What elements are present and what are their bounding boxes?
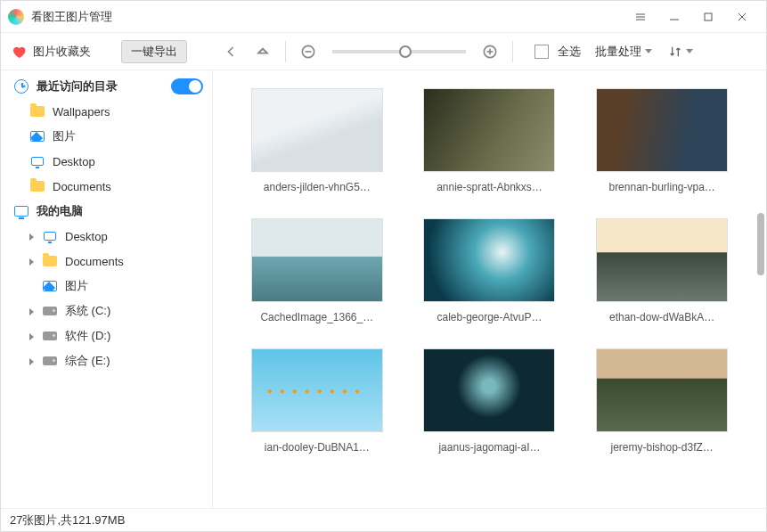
thumbnail-name: jaanus-jagomagi-aI… <box>438 441 540 454</box>
thumbnail-card[interactable]: annie-spratt-Abnkxs… <box>412 88 567 193</box>
thumbnail-card[interactable]: jeremy-bishop-d3fZ… <box>584 348 739 454</box>
sidebar-recent-item[interactable]: Documents <box>1 174 212 199</box>
separator <box>285 41 286 62</box>
sidebar-computer-header[interactable]: 我的电脑 <box>1 199 212 224</box>
sort-icon <box>668 45 682 59</box>
thumbnail-image <box>423 348 555 432</box>
thumbnail-card[interactable]: caleb-george-AtvuP… <box>412 218 567 323</box>
thumbnail-name: CachedImage_1366_… <box>260 311 373 323</box>
sidebar: 最近访问的目录 Wallpapers 图片 Desktop Documents … <box>1 70 213 508</box>
statusbar: 27张图片,共121.97MB <box>1 508 766 531</box>
sidebar-item-label: 图片 <box>65 278 203 294</box>
clock-icon <box>13 78 29 94</box>
recent-toggle[interactable] <box>171 78 203 94</box>
thumbnail-image <box>596 218 728 302</box>
folder-icon <box>29 178 45 194</box>
up-button[interactable] <box>249 38 276 65</box>
sidebar-header-label: 我的电脑 <box>37 203 203 219</box>
monitor-icon <box>13 203 29 219</box>
sidebar-computer-item[interactable]: 系统 (C:) <box>1 299 212 323</box>
pic-icon <box>42 278 58 294</box>
sidebar-item-label: Documents <box>65 255 203 268</box>
chevron-down-icon <box>645 49 652 53</box>
zoom-slider[interactable] <box>332 50 466 53</box>
content-area: anders-jilden-vhnG5… annie-spratt-Abnkxs… <box>213 70 766 508</box>
scrollbar-thumb[interactable] <box>757 213 764 275</box>
monitor-icon <box>29 153 45 169</box>
maximize-button[interactable] <box>691 4 725 29</box>
close-button[interactable] <box>725 4 759 29</box>
app-icon <box>8 9 24 25</box>
svg-rect-4 <box>705 13 712 20</box>
thumbnail-card[interactable]: ian-dooley-DuBNA1… <box>240 348 395 454</box>
chevron-right-icon[interactable] <box>29 355 38 368</box>
chevron-right-icon[interactable] <box>29 330 38 343</box>
thumbnail-name: annie-spratt-Abnkxs… <box>437 181 543 193</box>
sidebar-header-label: 最近访问的目录 <box>37 78 171 94</box>
folder-icon <box>42 253 58 269</box>
sidebar-recent-item[interactable]: Wallpapers <box>1 99 212 124</box>
thumbnail-card[interactable]: brennan-burling-vpa… <box>584 88 739 193</box>
thumbnail-image <box>596 348 728 432</box>
separator <box>512 41 513 62</box>
body: 最近访问的目录 Wallpapers 图片 Desktop Documents … <box>1 70 766 508</box>
sidebar-item-label: 系统 (C:) <box>65 303 203 319</box>
select-all-label[interactable]: 全选 <box>558 44 581 60</box>
window-title: 看图王图片管理 <box>31 9 624 25</box>
sort-dropdown[interactable] <box>668 45 693 59</box>
zoom-in-button[interactable] <box>477 38 503 65</box>
pic-icon <box>29 128 45 144</box>
thumbnail-name: anders-jilden-vhnG5… <box>264 181 371 193</box>
drive-icon <box>42 303 58 319</box>
thumbnail-card[interactable]: ethan-dow-dWaBkA… <box>584 218 739 323</box>
sidebar-computer-item[interactable]: 软件 (D:) <box>1 323 212 348</box>
export-button[interactable]: 一键导出 <box>121 40 187 63</box>
thumbnail-name: caleb-george-AtvuP… <box>437 311 542 323</box>
select-all-checkbox[interactable] <box>534 45 549 59</box>
sidebar-item-label: 图片 <box>53 128 203 144</box>
thumbnail-card[interactable]: jaanus-jagomagi-aI… <box>412 348 567 454</box>
thumbnail-image <box>251 88 383 172</box>
back-button[interactable] <box>217 38 244 65</box>
sidebar-computer-item[interactable]: Desktop <box>1 224 212 249</box>
thumbnail-grid: anders-jilden-vhnG5… annie-spratt-Abnkxs… <box>222 88 757 454</box>
sidebar-item-label: 软件 (D:) <box>65 328 203 344</box>
batch-label: 批量处理 <box>595 44 641 60</box>
sidebar-item-label: 综合 (E:) <box>65 353 203 369</box>
thumbnail-name: jeremy-bishop-d3fZ… <box>610 441 713 454</box>
thumbnail-image <box>251 348 383 432</box>
chevron-right-icon[interactable] <box>29 230 38 243</box>
thumbnail-name: ian-dooley-DuBNA1… <box>265 441 370 454</box>
chevron-right-icon[interactable] <box>29 255 38 268</box>
monitor-icon <box>42 228 58 244</box>
zoom-thumb[interactable] <box>399 45 412 58</box>
sidebar-computer-item[interactable]: 图片 <box>1 274 212 299</box>
status-text: 27张图片,共121.97MB <box>10 512 125 528</box>
thumbnail-name: ethan-dow-dWaBkA… <box>609 311 714 323</box>
menu-button[interactable] <box>624 4 657 29</box>
chevron-right-icon[interactable] <box>29 305 38 318</box>
batch-dropdown[interactable]: 批量处理 <box>595 44 652 60</box>
sidebar-recent-item[interactable]: Desktop <box>1 149 212 174</box>
thumbnail-image <box>423 218 555 302</box>
sidebar-computer-item[interactable]: Documents <box>1 249 212 274</box>
favorites-label[interactable]: 图片收藏夹 <box>33 44 91 60</box>
thumbnail-card[interactable]: CachedImage_1366_… <box>240 218 395 323</box>
folder-icon <box>29 103 45 119</box>
minimize-button[interactable] <box>657 4 691 29</box>
sidebar-item-label: Documents <box>53 180 203 193</box>
heart-icon[interactable] <box>10 43 28 61</box>
chevron-down-icon <box>686 49 693 53</box>
sidebar-recent-item[interactable]: 图片 <box>1 124 212 149</box>
thumbnail-card[interactable]: anders-jilden-vhnG5… <box>240 88 395 193</box>
drive-icon <box>42 328 58 344</box>
titlebar: 看图王图片管理 <box>1 1 766 33</box>
svg-marker-7 <box>258 48 267 53</box>
zoom-out-button[interactable] <box>295 38 322 65</box>
toolbar: 图片收藏夹 一键导出 全选 批量处理 <box>1 33 766 70</box>
drive-icon <box>42 353 58 369</box>
thumbnail-image <box>251 218 383 302</box>
sidebar-computer-item[interactable]: 综合 (E:) <box>1 348 212 373</box>
sidebar-recent-header[interactable]: 最近访问的目录 <box>1 74 212 99</box>
sidebar-item-label: Desktop <box>65 230 203 243</box>
